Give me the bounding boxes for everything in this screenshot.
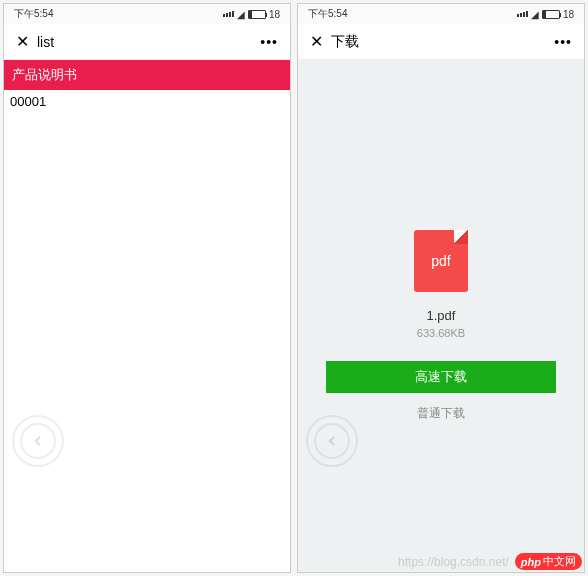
normal-download-link[interactable]: 普通下载: [417, 405, 465, 422]
phone-body: pdf 1.pdf 633.68KB 高速下载 普通下载: [298, 60, 584, 572]
phone-body: 产品说明书 00001: [4, 60, 290, 572]
file-name: 1.pdf: [427, 308, 456, 323]
nav-bar: ✕ 下载 •••: [298, 24, 584, 60]
nav-bar: ✕ list •••: [4, 24, 290, 60]
nav-title: 下载: [331, 33, 359, 51]
chevron-left-icon: [324, 433, 340, 449]
pdf-file-icon: pdf: [414, 230, 468, 292]
wifi-icon: ◢: [237, 9, 245, 20]
back-circle-button[interactable]: [306, 415, 358, 467]
chevron-left-icon: [30, 433, 46, 449]
php-badge-text: 中文网: [543, 554, 576, 569]
more-icon[interactable]: •••: [554, 34, 572, 50]
status-right: ◢ 18: [517, 9, 574, 20]
status-right: ◢ 18: [223, 9, 280, 20]
php-badge: php 中文网: [515, 553, 582, 570]
status-time: 下午5:54: [14, 7, 53, 21]
close-icon[interactable]: ✕: [310, 32, 323, 51]
watermark: https://blog.csdn.net/ php 中文网: [398, 553, 582, 570]
status-time: 下午5:54: [308, 7, 347, 21]
phone-right: 下午5:54 ◢ 18 ✕ 下载 ••• pdf 1.pdf 633.68KB …: [297, 3, 585, 573]
list-item[interactable]: 00001: [4, 90, 290, 113]
pdf-label: pdf: [431, 253, 450, 269]
back-circle-button[interactable]: [12, 415, 64, 467]
watermark-url: https://blog.csdn.net/: [398, 555, 509, 569]
signal-icon: [223, 11, 234, 17]
list-header: 产品说明书: [4, 60, 290, 90]
fast-download-button[interactable]: 高速下载: [326, 361, 556, 393]
signal-icon: [517, 11, 528, 17]
wifi-icon: ◢: [531, 9, 539, 20]
battery-icon: [248, 10, 266, 19]
battery-icon: [542, 10, 560, 19]
phone-left: 下午5:54 ◢ 18 ✕ list ••• 产品说明书 00001: [3, 3, 291, 573]
file-size: 633.68KB: [417, 327, 465, 339]
download-area: pdf 1.pdf 633.68KB 高速下载 普通下载: [298, 60, 584, 422]
close-icon[interactable]: ✕: [16, 32, 29, 51]
battery-percent: 18: [269, 9, 280, 20]
status-bar: 下午5:54 ◢ 18: [4, 4, 290, 24]
php-badge-prefix: php: [521, 556, 541, 568]
status-bar: 下午5:54 ◢ 18: [298, 4, 584, 24]
nav-title: list: [37, 34, 54, 50]
battery-percent: 18: [563, 9, 574, 20]
more-icon[interactable]: •••: [260, 34, 278, 50]
